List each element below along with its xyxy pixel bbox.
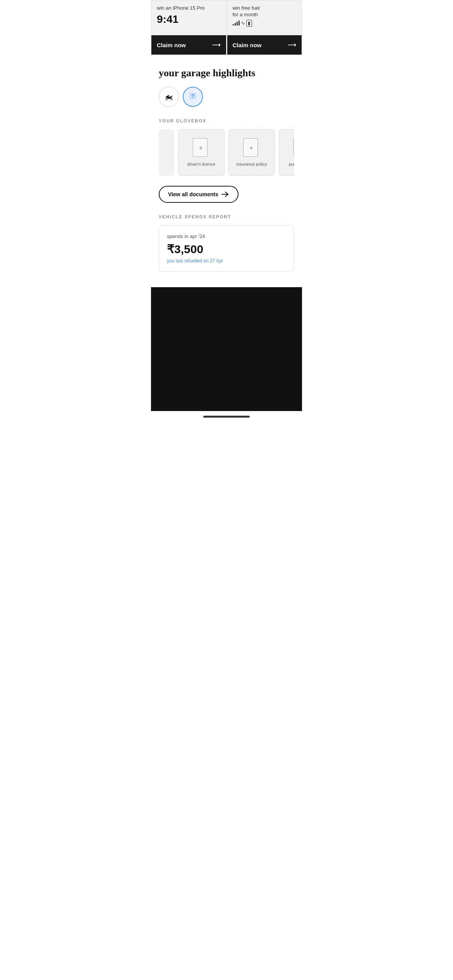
battery-icon: ▮ — [246, 20, 252, 27]
puc-certificate-label: puc certificate — [287, 161, 294, 167]
view-all-documents-label: View all documents — [168, 191, 218, 197]
add-document-icon-2 — [243, 138, 260, 158]
fuel-promo-card: win free fuel for a month ∿ ▮ Claim now … — [227, 0, 302, 55]
question-mark-icon: ? — [189, 92, 197, 102]
promo-row: win an iPhone 15 Pro 9:41 Claim now ⟶ wi… — [151, 0, 302, 55]
documents-row: driver's licence insurance policy puc ce… — [151, 129, 294, 180]
insurance-policy-card[interactable]: insurance policy — [228, 129, 275, 176]
status-icons: ∿ ▮ — [233, 20, 297, 27]
puc-certificate-card[interactable]: puc certificate — [279, 129, 294, 176]
insurance-policy-label: insurance policy — [234, 161, 269, 167]
arrow-right-icon-2: ⟶ — [288, 41, 296, 48]
fuel-promo-cta-button[interactable]: Claim now ⟶ — [227, 35, 302, 55]
iphone-promo-cta-button[interactable]: Claim now ⟶ — [151, 35, 226, 55]
spends-amount: ₹3,500 — [167, 242, 286, 256]
vehicle-unknown-icon[interactable]: ? — [183, 87, 203, 107]
iphone-promo-card: win an iPhone 15 Pro 9:41 Claim now ⟶ — [151, 0, 226, 55]
home-indicator-bar — [151, 411, 302, 421]
wifi-icon: ∿ — [241, 20, 245, 26]
garage-icons-row: 🏍 ? — [159, 87, 294, 107]
iphone-promo-subtitle: win an iPhone 15 Pro — [157, 5, 221, 12]
view-all-documents-button[interactable]: View all documents — [159, 186, 239, 203]
main-content: your garage highlights 🏍 ? YOUR GLOVEBOX… — [151, 55, 302, 279]
drivers-licence-card[interactable]: driver's licence — [178, 129, 225, 176]
signal-bars-icon — [233, 21, 240, 26]
motorcycle-emoji: 🏍 — [165, 92, 173, 102]
spends-card[interactable]: spends in apr '24 ₹3,500 you last refuel… — [159, 225, 294, 272]
fuel-promo-subtitle2: for a month — [233, 12, 297, 18]
garage-highlights-title: your garage highlights — [159, 67, 294, 79]
glovebox-section: YOUR GLOVEBOX driver's licence insurance… — [159, 118, 294, 203]
glovebox-section-label: YOUR GLOVEBOX — [159, 118, 294, 123]
iphone-promo-content: win an iPhone 15 Pro 9:41 — [151, 0, 226, 35]
spends-section: VEHICLE SPENDS REPORT spends in apr '24 … — [159, 214, 294, 272]
spends-period: spends in apr '24 — [167, 233, 286, 239]
fuel-promo-subtitle: win free fuel — [233, 5, 297, 12]
doc-card-partial — [159, 129, 174, 176]
fuel-promo-content: win free fuel for a month ∿ ▮ — [227, 0, 302, 35]
arrow-right-icon-3 — [221, 192, 229, 197]
iphone-promo-cta-label: Claim now — [157, 42, 186, 48]
add-document-icon-3 — [293, 138, 294, 158]
arrow-right-icon: ⟶ — [212, 41, 221, 48]
spends-section-label: VEHICLE SPENDS REPORT — [159, 214, 294, 219]
spends-refuel-note: you last refuelled on 27 Apr — [167, 258, 286, 264]
drivers-licence-label: driver's licence — [185, 161, 218, 167]
iphone-promo-time: 9:41 — [157, 13, 221, 26]
svg-text:?: ? — [191, 93, 195, 99]
black-bottom-area — [151, 287, 302, 411]
fuel-promo-cta-label: Claim now — [233, 42, 262, 48]
add-document-icon — [193, 138, 210, 158]
home-indicator — [203, 416, 250, 418]
vehicle-motorcycle-icon[interactable]: 🏍 — [159, 87, 179, 107]
